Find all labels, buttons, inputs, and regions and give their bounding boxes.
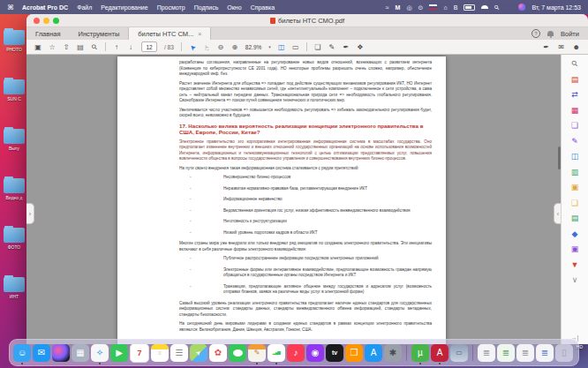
comment-tool-icon[interactable]: ❏ xyxy=(571,122,578,130)
dock-finder-icon[interactable]: ☺ xyxy=(13,344,31,362)
notifications-bell-icon[interactable] xyxy=(547,31,554,36)
desktop-folder[interactable]: Выпу xyxy=(4,129,25,151)
minimize-window-button[interactable] xyxy=(43,18,49,24)
record-icon[interactable]: ⊙ xyxy=(418,4,424,11)
desktop-folder[interactable]: ФОТО xyxy=(4,228,25,250)
hand-tool-icon[interactable]: ☞ xyxy=(202,43,210,50)
bluetooth-icon[interactable]: B xyxy=(454,4,458,11)
dock-launchpad-icon[interactable]: ▦ xyxy=(72,344,89,362)
dock-utorrent-icon[interactable]: µ xyxy=(411,344,429,362)
dock-siri-icon[interactable] xyxy=(52,344,70,362)
menu-clock[interactable]: Вт, 7 марта 12:53 xyxy=(531,4,581,11)
save-icon[interactable]: ▣ xyxy=(34,43,41,51)
dock-document-1[interactable]: ≣ xyxy=(478,344,495,362)
sign-in-link[interactable]: Войти xyxy=(561,30,579,38)
dock-numbers-icon[interactable]: ▂▄▆ xyxy=(268,344,285,362)
export-pdf-icon[interactable]: ⇄ xyxy=(571,91,578,99)
dock-document-4[interactable]: ≣ xyxy=(536,344,554,362)
dock-safari-icon[interactable]: ✧ xyxy=(91,344,109,362)
dock-document-3[interactable]: ≣ xyxy=(516,344,534,362)
create-pdf-icon[interactable]: ▤ xyxy=(571,76,579,84)
desktop-folder[interactable]: Видео д xyxy=(4,178,25,200)
apple-menu-icon[interactable]: ⌘ xyxy=(7,4,14,11)
menu-item[interactable]: Просмотр xyxy=(157,4,185,11)
ru-flag-icon[interactable] xyxy=(429,4,437,10)
dock-notes-icon[interactable]: ≡ xyxy=(151,344,169,362)
menu-item[interactable]: Файл xyxy=(77,4,92,11)
protect-icon[interactable]: ◆ xyxy=(572,230,578,238)
stamp-tool-icon[interactable]: ❏ xyxy=(571,199,578,207)
dock-window-preview[interactable]: ▭ xyxy=(450,344,468,362)
menu-item[interactable]: Подпись xyxy=(194,4,219,11)
dock-messages-icon[interactable] xyxy=(229,344,246,362)
pencil-icon[interactable]: ✎ xyxy=(328,43,335,51)
comment-icon[interactable]: ❏ xyxy=(314,43,321,51)
search-icon[interactable]: ⚲ xyxy=(89,41,100,52)
page-up-icon[interactable]: ↑ xyxy=(113,43,120,51)
menu-item[interactable]: Окно xyxy=(227,4,241,11)
spotlight-icon[interactable]: ⚲ xyxy=(494,4,501,11)
dock-books-icon[interactable]: ❐ xyxy=(345,344,363,362)
wifi-icon[interactable] xyxy=(481,5,488,9)
zoom-dropdown-arrow[interactable]: ▾ xyxy=(268,44,271,49)
close-window-button[interactable] xyxy=(34,18,40,24)
compress-pdf-icon[interactable]: ▣ xyxy=(571,184,579,192)
scan-ocr-icon[interactable]: ▤ xyxy=(571,214,579,222)
menu-item[interactable]: Редактирование xyxy=(101,4,147,11)
tools-chevron-icon[interactable]: ∨ xyxy=(572,276,578,284)
organize-pages-icon[interactable]: ◫ xyxy=(571,153,579,161)
star-icon[interactable]: ☆ xyxy=(49,43,56,51)
edit-pdf-icon[interactable]: ▦ xyxy=(571,107,579,115)
tab-tools[interactable]: Инструменты xyxy=(70,27,129,40)
dock-trash-icon[interactable]: ▯ xyxy=(555,344,573,362)
profile-icon[interactable]: ☻ xyxy=(573,43,580,51)
page-down-icon[interactable]: ↓ xyxy=(127,43,134,51)
zoom-level[interactable]: 82.9% xyxy=(245,44,261,50)
dock-document-2[interactable]: ≣ xyxy=(497,344,515,362)
menu-app-name[interactable]: Acrobat Pro DC xyxy=(22,4,68,11)
dock-music-icon[interactable]: ♪ xyxy=(287,344,305,362)
zoom-window-button[interactable] xyxy=(53,18,59,24)
send-mail-icon[interactable]: ✉ xyxy=(558,43,565,51)
share-icon[interactable]: ⇧ xyxy=(63,43,70,51)
tab-document[interactable]: билеты НТС СМ... × xyxy=(128,27,211,40)
fill-sign-tool-icon[interactable]: ✎ xyxy=(571,138,578,146)
dock-appletv-icon[interactable]: tv xyxy=(326,344,343,362)
fill-sign-icon[interactable]: ✒ xyxy=(543,43,550,51)
dock-facetime-icon[interactable]: ▶ xyxy=(110,344,128,362)
dock-settings-icon[interactable]: ✱ xyxy=(384,344,402,362)
control-center-icon[interactable] xyxy=(505,4,512,11)
dock-acrobat-icon[interactable]: A xyxy=(431,344,449,362)
dock-maps-icon[interactable]: ➤ xyxy=(190,344,207,362)
close-tab-icon[interactable]: × xyxy=(198,31,201,37)
expand-left-panel-arrow[interactable]: › xyxy=(26,203,34,224)
dock-mail-icon[interactable]: ✉ xyxy=(33,344,50,362)
search-tool-icon[interactable]: ⚲ xyxy=(569,59,579,69)
help-icon[interactable]: ? xyxy=(531,29,540,38)
camera-icon[interactable]: ◎ xyxy=(406,4,411,11)
pdf-services-icon[interactable]: ▼ xyxy=(571,261,579,269)
dock-appstore-icon[interactable]: A xyxy=(365,344,382,362)
pointer-tool-icon[interactable]: ➤ xyxy=(187,41,198,52)
voice-icon[interactable]: ≈ xyxy=(386,4,389,11)
dock-reminders-icon[interactable]: ☰ xyxy=(170,344,188,362)
page-display-icon[interactable]: ▭ xyxy=(292,43,299,51)
dock-photos-icon[interactable]: ✿ xyxy=(209,344,227,362)
home-icon[interactable]: ⌂ xyxy=(443,4,447,11)
tab-home[interactable]: Главная xyxy=(26,27,70,40)
dock-podcasts-icon[interactable]: ◉ xyxy=(306,344,324,362)
combine-files-icon[interactable]: ▥ xyxy=(571,169,579,176)
sign-stamp-icon[interactable]: ✒ xyxy=(343,43,350,51)
siri-icon[interactable] xyxy=(518,4,525,11)
dock-pages-icon[interactable]: ✎ xyxy=(248,344,266,362)
fit-width-icon[interactable]: ◫ xyxy=(278,43,285,51)
zoom-in-icon[interactable]: ⊕ xyxy=(231,43,238,51)
gmail-icon[interactable]: M xyxy=(396,4,401,11)
more-tools-icon[interactable]: ▣ xyxy=(571,245,579,253)
desktop-folder[interactable]: ИНТ xyxy=(4,277,25,299)
menu-item[interactable]: Справка xyxy=(251,4,275,11)
dock-calendar-icon[interactable]: 7 xyxy=(130,343,149,363)
desktop-folder[interactable]: PHOTO xyxy=(4,30,25,52)
desktop-folder[interactable]: SUN C xyxy=(4,79,25,101)
page-number-input[interactable]: 12 xyxy=(141,41,157,52)
